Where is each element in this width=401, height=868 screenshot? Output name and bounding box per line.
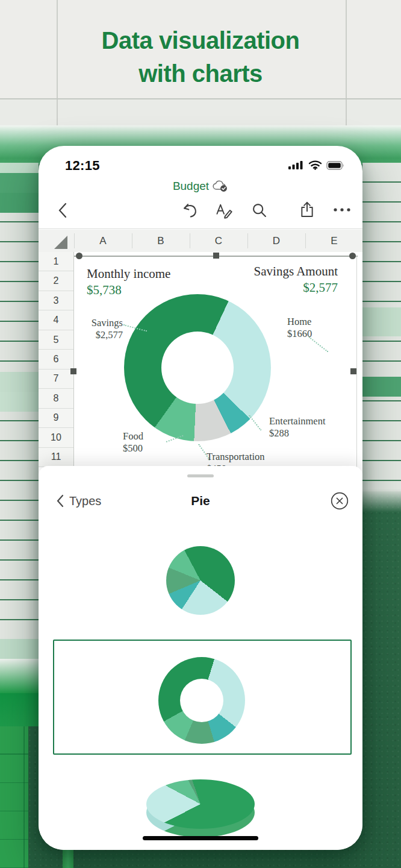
slice-label-home: Home $1660	[287, 316, 312, 340]
select-all-icon[interactable]	[54, 236, 67, 249]
row-header-column: 1 2 3 4 5 6 7 8 9 10 11	[39, 252, 74, 467]
selection-handle[interactable]	[350, 368, 356, 374]
chart-type-option-pie[interactable]	[166, 546, 235, 615]
hero-title-line2: with charts	[0, 57, 401, 90]
selection-handle[interactable]	[349, 253, 356, 259]
row-header[interactable]: 2	[39, 271, 73, 291]
backdrop-stripes-left	[0, 163, 39, 659]
slice-label-food: Food $500	[123, 430, 143, 454]
selection-handle[interactable]	[70, 368, 76, 374]
backdrop-stripes-right	[362, 163, 401, 491]
row-header[interactable]: 10	[39, 428, 73, 447]
row-header[interactable]: 6	[39, 350, 73, 369]
backdrop-gridline	[57, 99, 58, 125]
backdrop-fade-left	[0, 659, 39, 693]
column-header-e[interactable]: E	[322, 230, 346, 252]
types-back-button[interactable]: Types	[55, 494, 101, 508]
share-button[interactable]	[299, 201, 316, 219]
kpi-savings-value: $2,577	[207, 280, 338, 295]
selection-handle[interactable]	[76, 253, 82, 259]
backdrop-gridline	[346, 99, 347, 125]
toolbar-separator	[39, 228, 362, 229]
column-header-c[interactable]: C	[207, 230, 231, 252]
phone-mockup: 12:15	[39, 146, 362, 850]
column-header-bar	[39, 230, 362, 253]
backdrop-grid-left	[0, 726, 28, 868]
search-button[interactable]	[251, 202, 268, 219]
row-header[interactable]: 11	[39, 448, 73, 467]
status-icons	[288, 160, 344, 170]
backdrop-strip	[63, 849, 73, 868]
battery-icon	[326, 161, 344, 170]
row-header[interactable]: 8	[39, 389, 73, 408]
selection-handle[interactable]	[213, 253, 219, 259]
drag-handle[interactable]	[187, 474, 214, 477]
pie3d-face	[146, 779, 255, 829]
home-indicator[interactable]	[143, 836, 258, 840]
close-button[interactable]	[330, 491, 349, 511]
backdrop-spreadsheet-row	[0, 99, 401, 125]
chart-type-sheet: Types Pie	[39, 466, 362, 850]
hero-title-line1: Data visualization	[0, 24, 401, 57]
wifi-icon	[308, 160, 322, 170]
column-header-a[interactable]: A	[91, 230, 115, 252]
column-header-d[interactable]: D	[264, 230, 288, 252]
row-header[interactable]: 1	[39, 252, 73, 271]
row-header[interactable]: 3	[39, 291, 73, 310]
chart-selection-border-right	[356, 256, 357, 467]
kpi-income-label: Monthly income	[87, 266, 170, 281]
chart-type-option-pie3d[interactable]	[146, 779, 255, 837]
document-title-row[interactable]: Budget	[39, 180, 362, 193]
status-time: 12:15	[65, 158, 100, 174]
cloud-saved-icon	[213, 180, 228, 192]
marketing-screenshot: Data visualization with charts 12:15	[0, 0, 401, 868]
back-button[interactable]	[55, 201, 71, 219]
doughnut-thumbnail-hole	[180, 679, 223, 722]
slice-label-entertainment: Entertainment $288	[269, 415, 325, 439]
types-back-label: Types	[69, 494, 101, 508]
sheet-header: Types Pie	[39, 488, 362, 514]
row-header[interactable]: 7	[39, 370, 73, 389]
row-header[interactable]: 9	[39, 409, 73, 428]
chevron-left-icon	[55, 494, 64, 508]
backdrop-fade-right	[362, 489, 401, 512]
format-button[interactable]	[215, 202, 233, 219]
column-header-b[interactable]: B	[149, 230, 173, 252]
undo-button[interactable]	[181, 202, 198, 219]
signal-icon	[288, 160, 304, 170]
backdrop-green-left	[0, 693, 39, 726]
document-title[interactable]: Budget	[173, 180, 209, 193]
hero-title: Data visualization with charts	[0, 24, 401, 90]
kpi-savings-label: Savings Amount	[207, 264, 338, 279]
donut-hole	[161, 332, 234, 404]
slice-label-savings: Savings $2,577	[69, 317, 123, 341]
kpi-income-value: $5,738	[87, 283, 122, 298]
more-button[interactable]	[333, 207, 351, 213]
